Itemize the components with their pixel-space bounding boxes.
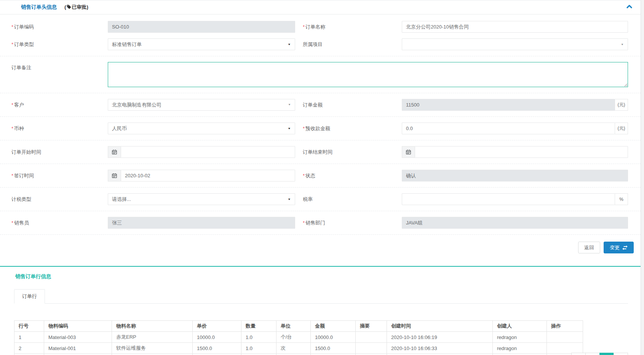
field-project: 所属项目 ▼ [295,38,641,50]
chevron-up-icon[interactable] [626,0,632,14]
required-marker: * [11,126,13,131]
table-cell: 1.0 [241,343,276,354]
table-cell: Material-003 [44,332,112,343]
form-row-2: *订单类型 标准销售订单▼ 所属项目 ▼ [0,38,641,50]
dashed-divider [0,93,641,93]
table-cell [311,354,356,355]
currency-select[interactable]: 人民币▼ [108,123,295,134]
table-cell [547,332,583,343]
field-start-time: 订单开始时间 [0,146,295,158]
advance-amount-label: *预收款金额 [303,125,402,132]
order-code-input [108,21,295,33]
sign-time-label: *签订时间 [11,172,108,179]
pagination-button[interactable] [571,353,586,355]
pagination-button[interactable] [614,353,628,355]
sales-order-page: 销售订单头信息 (已审批) *订单编码 *订单名称 *订单类型 标准销售订单▼ … [0,0,641,355]
form-row-8: 计税类型 请选择...▼ 税率 % [0,193,641,205]
project-select[interactable]: ▼ [402,38,628,50]
panel-divider [0,263,641,266]
required-marker: * [303,126,305,131]
start-time-input[interactable] [121,146,295,158]
order-type-label: *订单类型 [11,41,108,48]
back-button[interactable]: 返回 [578,242,600,253]
advance-amount-input[interactable] [402,123,615,134]
caret-down-icon: ▼ [288,198,291,201]
selected-value: 北京电脑制造有限公司 [112,102,161,108]
table-cell [387,354,493,355]
column-header: 行号 [14,321,44,332]
form-row-5: *币种 人民币▼ *预收款金额 (元) [0,123,641,134]
percent-unit-addon: % [615,193,628,205]
form-row-7: *签订时间 *状态 [0,170,641,181]
order-remark-textarea[interactable] [108,62,628,87]
salesman-input [108,217,295,229]
label-text: 签订时间 [14,173,34,178]
table-cell [14,354,44,355]
dashed-divider [0,164,641,164]
tab-bar: 订单行 [14,289,628,304]
table-cell: redragon [493,343,547,354]
change-button[interactable]: 变更 [604,242,634,253]
calendar-icon[interactable] [108,170,121,181]
label-text: 税率 [303,196,313,202]
table-cell [547,343,583,354]
form-row-3: 订单备注 [0,62,641,87]
field-order-code: *订单编码 [0,21,295,33]
dashed-divider [0,187,641,188]
tax-type-label: 计税类型 [11,196,108,203]
table-cell: 1500.0 [193,343,241,354]
tag-icon [66,4,71,9]
form-row-1: *订单编码 *订单名称 [0,21,641,33]
calendar-icon[interactable] [402,146,415,158]
table-cell [44,354,112,355]
sign-time-input[interactable] [121,170,295,181]
column-header: 摘要 [356,321,387,332]
customer-select[interactable]: 北京电脑制造有限公司▼ [108,99,295,111]
caret-down-icon: ▼ [288,127,291,130]
label-text: 销售员 [14,220,29,226]
line-table-head-row: 行号物料编码物料名称单价数量单位金额摘要创建时间创建人操作 [14,321,583,332]
field-status: *状态 [295,170,641,181]
label-text: 计税类型 [11,196,31,202]
order-header-form: *订单编码 *订单名称 *订单类型 标准销售订单▼ 所属项目 ▼ 订单备注 [0,14,641,263]
pagination-button-active[interactable] [599,353,614,355]
order-code-label: *订单编码 [11,24,108,30]
tax-rate-input[interactable] [402,193,615,205]
tax-type-select[interactable]: 请选择...▼ [108,193,295,205]
calendar-icon[interactable] [108,146,121,158]
required-marker: * [11,24,13,30]
order-lines-table: 行号物料编码物料名称单价数量单位金额摘要创建时间创建人操作 1Material-… [14,320,583,355]
label-text: 销售部门 [305,220,325,226]
badge-open-paren: ( [64,4,66,10]
label-text: 订单金额 [303,102,323,108]
pagination [572,353,628,355]
table-cell: 1 [14,332,44,343]
currency-label: *币种 [11,125,108,132]
column-header: 物料名称 [112,321,193,332]
caret-down-icon: ▼ [621,43,624,46]
column-header: 金额 [311,321,356,332]
required-marker: * [11,102,13,108]
order-name-input[interactable] [402,21,628,33]
dashed-divider [0,116,641,117]
table-cell: 次 [276,343,311,354]
column-header: 创建人 [493,321,547,332]
table-cell: 1.0 [241,332,276,343]
table-cell [356,343,387,354]
field-tax-rate: 税率 % [295,193,641,205]
pagination-button[interactable] [585,353,600,355]
start-time-label: 订单开始时间 [11,149,108,156]
label-text: 预收款金额 [305,126,330,131]
required-marker: * [11,173,13,178]
end-time-input[interactable] [415,146,628,158]
tab-order-lines[interactable]: 订单行 [14,289,45,304]
field-order-amount: 订单金额 (元) [295,99,641,111]
status-label: *状态 [303,172,402,179]
table-cell: redragon [493,332,547,343]
field-currency: *币种 人民币▼ [0,123,295,134]
order-amount-input [402,99,615,111]
table-cell: Material-001 [44,343,112,354]
order-type-select[interactable]: 标准销售订单▼ [108,38,295,50]
column-header: 数量 [241,321,276,332]
table-cell: 2020-10-10 16:06:33 [387,343,493,354]
